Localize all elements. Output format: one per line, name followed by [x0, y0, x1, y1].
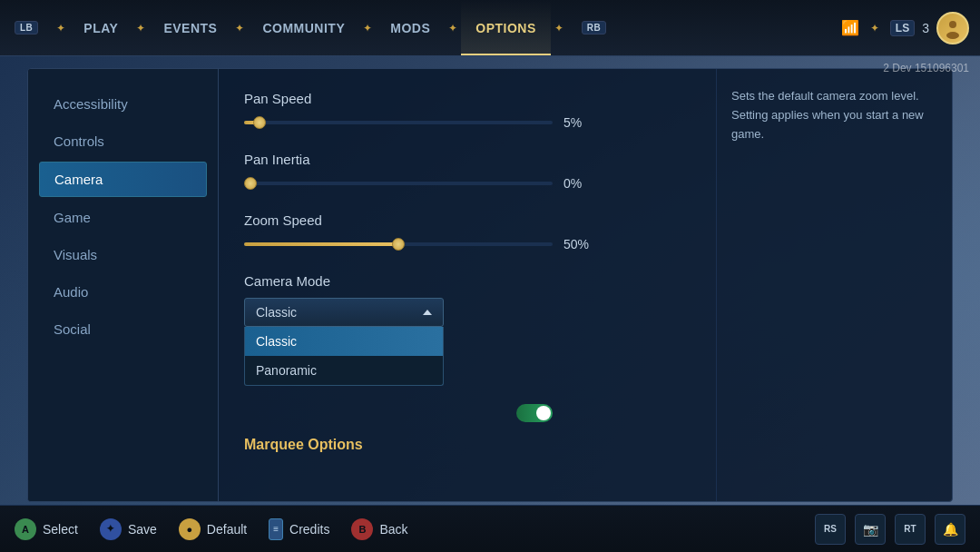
zoom-speed-label: Zoom Speed: [244, 212, 691, 228]
nav-item-events[interactable]: EVENTS: [149, 0, 231, 55]
nav-item-mods[interactable]: MODS: [376, 0, 445, 55]
pan-speed-label: Pan Speed: [244, 91, 691, 106]
toggle-row: [244, 404, 553, 422]
bottom-bar: A Select ✦ Save ● Default ≡ Credits B Ba…: [0, 505, 980, 552]
sidebar-item-visuals[interactable]: Visuals: [39, 238, 207, 271]
nav-right-area: 📶 ✦ LS 3: [841, 12, 980, 44]
nav-dot-5: ✦: [448, 22, 457, 34]
avatar-icon: [942, 17, 964, 39]
camera-mode-options: Classic Panoramic: [244, 327, 444, 386]
nav-item-play[interactable]: PLAY: [69, 0, 132, 55]
camera-mode-section: Camera Mode Classic Classic Panoramic: [244, 273, 691, 386]
chevron-up-icon: [423, 310, 432, 315]
pan-speed-setting: Pan Speed 5%: [244, 91, 691, 130]
zoom-speed-track[interactable]: [244, 242, 553, 246]
pan-inertia-label: Pan Inertia: [244, 152, 691, 167]
nav-dot-3: ✦: [235, 22, 244, 34]
sidebar-item-audio[interactable]: Audio: [39, 275, 207, 309]
pan-inertia-track[interactable]: [244, 182, 553, 185]
pan-speed-slider-container: 5%: [244, 115, 691, 130]
camera-option-classic[interactable]: Classic: [245, 327, 443, 356]
top-navigation: LB ✦ PLAY ✦ EVENTS ✦ COMMUNITY ✦ MODS ✦ …: [0, 0, 980, 56]
zoom-speed-value: 50%: [564, 237, 595, 251]
nav-dot-1: ✦: [56, 22, 65, 34]
b-button[interactable]: B: [351, 518, 373, 540]
rb-button[interactable]: RB: [582, 21, 606, 34]
notification-button[interactable]: 🔔: [935, 514, 965, 545]
sidebar: Accessibility Controls Camera Game Visua…: [28, 69, 219, 501]
pan-inertia-setting: Pan Inertia 0%: [244, 152, 691, 191]
nav-lb-btn[interactable]: LB: [0, 0, 53, 55]
nav-item-community[interactable]: COMMUNITY: [248, 0, 359, 55]
save-label: Save: [128, 522, 157, 537]
camera-option-panoramic[interactable]: Panoramic: [245, 356, 443, 385]
zoom-speed-fill: [244, 242, 398, 246]
a-button[interactable]: A: [15, 518, 36, 540]
action-save[interactable]: ✦ Save: [100, 518, 157, 540]
pan-inertia-slider-container: 0%: [244, 176, 691, 191]
dev-info: 2 Dev 151096301: [883, 62, 969, 74]
y-button[interactable]: ●: [179, 518, 201, 540]
main-panel: Accessibility Controls Camera Game Visua…: [27, 68, 953, 502]
screenshot-button[interactable]: 📷: [855, 514, 886, 545]
zoom-speed-setting: Zoom Speed 50%: [244, 212, 691, 251]
action-back[interactable]: B Back: [351, 518, 407, 540]
pan-inertia-thumb[interactable]: [244, 177, 257, 190]
rt-button[interactable]: RT: [895, 514, 926, 545]
credits-label: Credits: [289, 522, 329, 537]
nav-rb-btn[interactable]: RB: [567, 0, 621, 55]
sidebar-item-social[interactable]: Social: [39, 312, 207, 346]
svg-point-0: [949, 21, 956, 28]
pan-inertia-value: 0%: [564, 176, 595, 191]
sidebar-item-accessibility[interactable]: Accessibility: [39, 87, 207, 121]
zoom-speed-slider-container: 50%: [244, 237, 691, 251]
pan-speed-thumb[interactable]: [253, 116, 266, 129]
nav-dot-2: ✦: [136, 22, 145, 34]
action-select[interactable]: A Select: [15, 518, 78, 540]
lb-button[interactable]: LB: [15, 21, 38, 34]
nav-dot-7: ✦: [870, 22, 879, 34]
nav-dot-6: ✦: [554, 22, 564, 34]
ls-label: LS: [890, 20, 915, 36]
avatar[interactable]: [936, 12, 969, 44]
back-label: Back: [379, 522, 407, 537]
camera-mode-selected: Classic: [256, 305, 297, 320]
nav-item-options[interactable]: OPTIONS: [461, 0, 551, 55]
player-count: 3: [922, 21, 929, 35]
sidebar-item-camera[interactable]: Camera: [39, 162, 207, 197]
pan-speed-track[interactable]: [244, 121, 553, 124]
bottom-right-icons: RS 📷 RT 🔔: [815, 514, 965, 545]
description-text: Sets the default camera zoom level. Sett…: [731, 89, 924, 141]
content-area: Pan Speed 5% Pan Inertia 0% Zoom: [219, 69, 716, 501]
credits-btn[interactable]: ≡: [269, 518, 283, 540]
marquee-options-label: Marquee Options: [244, 437, 691, 453]
nav-dot-4: ✦: [363, 22, 372, 34]
x-button[interactable]: ✦: [100, 518, 122, 540]
toggle-switch[interactable]: [516, 404, 553, 422]
camera-mode-label: Camera Mode: [244, 273, 691, 289]
action-default[interactable]: ● Default: [179, 518, 247, 540]
pan-speed-value: 5%: [564, 115, 595, 130]
select-label: Select: [43, 522, 78, 537]
sidebar-item-game[interactable]: Game: [39, 201, 207, 234]
wifi-icon: 📶: [841, 19, 859, 36]
zoom-speed-thumb[interactable]: [392, 238, 405, 251]
svg-point-1: [946, 32, 959, 39]
description-panel: Sets the default camera zoom level. Sett…: [716, 69, 952, 501]
rs-button[interactable]: RS: [815, 514, 846, 545]
default-label: Default: [207, 522, 247, 537]
action-credits[interactable]: ≡ Credits: [269, 518, 329, 540]
camera-mode-dropdown[interactable]: Classic: [244, 298, 444, 327]
sidebar-item-controls[interactable]: Controls: [39, 124, 207, 158]
